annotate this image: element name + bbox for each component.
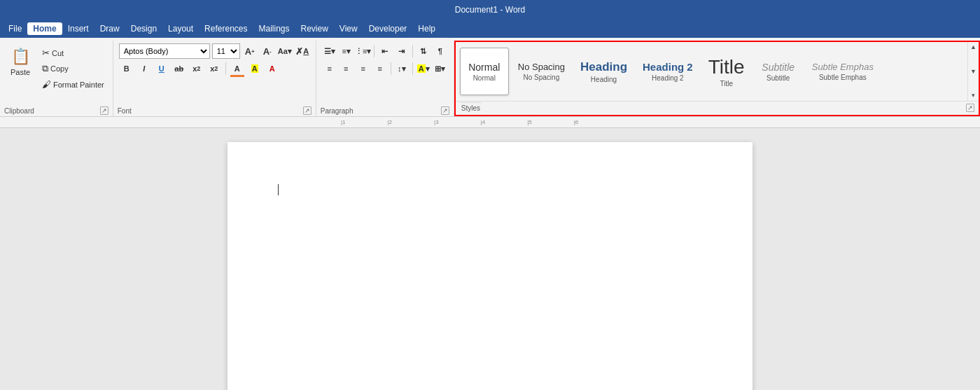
format-painter-icon: 🖌 [42, 79, 51, 90]
style-no-spacing[interactable]: No Spacing No Spacing [512, 48, 571, 95]
subscript-button[interactable]: x2 [189, 61, 204, 76]
menu-insert[interactable]: Insert [62, 22, 94, 35]
paragraph-label: Paragraph [321, 107, 354, 115]
style-subtitle-label: Subtitle [766, 74, 790, 82]
style-subtle-label: Subtle Emphas [819, 74, 867, 81]
style-subtle-emphasis[interactable]: Subtle Emphas Subtle Emphas [806, 48, 880, 95]
paste-button[interactable]: 📋 Paste [6, 43, 35, 103]
decrease-indent-button[interactable]: ⇤ [377, 43, 393, 59]
styles-launcher[interactable]: ↗ [966, 104, 974, 112]
cut-label: Cut [52, 49, 64, 57]
justify-button[interactable]: ≡ [372, 61, 388, 76]
style-heading2-label: Heading 2 [652, 74, 684, 82]
copy-button[interactable]: ⧉ Copy [39, 62, 107, 76]
italic-button[interactable]: I [136, 61, 152, 76]
menu-references[interactable]: References [199, 22, 253, 35]
styles-scroll-expand[interactable]: ▾ [971, 92, 976, 99]
style-subtitle-preview: Subtitle [762, 62, 794, 73]
menu-view[interactable]: View [334, 22, 363, 35]
ruler-mark-3: |3 [434, 119, 439, 125]
multilevel-button[interactable]: ⋮≡▾ [356, 43, 371, 59]
format-painter-button[interactable]: 🖌 Format Painter [39, 78, 107, 91]
font-size-increase-button[interactable]: A+ [242, 43, 258, 59]
style-normal[interactable]: Normal Normal [460, 48, 509, 95]
font-group: Aptos (Body) 11 A+ A- Aa▾ ✗A B I U ab x2… [113, 41, 316, 116]
align-left-button[interactable]: ≡ [322, 61, 337, 76]
styles-content: Normal Normal No Spacing No Spacing Head… [456, 42, 967, 101]
line-spacing-button[interactable]: ↕▾ [394, 61, 410, 76]
document-area [0, 128, 980, 390]
align-center-button[interactable]: ≡ [339, 61, 354, 76]
ruler: |1 |2 |3 |4 |5 |6 [0, 117, 980, 128]
font-row2: B I U ab x2 x2 A A A [119, 61, 280, 76]
menu-file[interactable]: File [3, 22, 27, 35]
superscript-button[interactable]: x2 [206, 61, 222, 76]
para-div2 [412, 45, 413, 57]
font-footer: Font ↗ [113, 106, 316, 116]
clipboard-launcher[interactable]: ↗ [100, 106, 108, 115]
menu-mailings[interactable]: Mailings [253, 22, 295, 35]
copy-label: Copy [50, 64, 69, 73]
styles-scroll-up[interactable]: ▲ [969, 43, 977, 51]
paragraph-launcher[interactable]: ↗ [441, 106, 449, 115]
style-heading2[interactable]: Heading 2 Heading 2 [636, 48, 699, 95]
cut-button[interactable]: ✂ Cut [39, 46, 107, 60]
menu-review[interactable]: Review [295, 22, 334, 35]
highlight-color-button[interactable]: A [247, 61, 262, 76]
para-div1 [374, 45, 374, 57]
clipboard-group: 📋 Paste ✂ Cut ⧉ Copy 🖌 Format Painter [0, 41, 113, 116]
para-row2: ≡ ≡ ≡ ≡ ↕▾ A▾ ⊞▾ [322, 61, 448, 76]
format-painter-label: Format Painter [53, 81, 104, 89]
underline-button[interactable]: U [154, 61, 169, 76]
font-color-button[interactable]: A [230, 61, 245, 76]
document-page[interactable] [227, 142, 752, 390]
clipboard-footer: Clipboard ↗ [0, 106, 113, 116]
style-heading[interactable]: Heading Heading [574, 48, 634, 95]
style-title[interactable]: Title Title [702, 48, 751, 95]
menu-layout[interactable]: Layout [162, 22, 199, 35]
show-formatting-button[interactable]: ¶ [433, 43, 448, 59]
ruler-mark-2: |2 [388, 119, 393, 125]
numbering-button[interactable]: ≡▾ [339, 43, 354, 59]
styles-section: Normal Normal No Spacing No Spacing Head… [454, 41, 980, 116]
ruler-mark-4: |4 [481, 119, 486, 125]
font-name-select[interactable]: Aptos (Body) [119, 43, 210, 59]
shading-button[interactable]: A▾ [416, 61, 431, 76]
borders-button[interactable]: ⊞▾ [433, 61, 448, 76]
clipboard-label: Clipboard [4, 107, 34, 115]
menu-developer[interactable]: Developer [363, 22, 413, 35]
style-no-spacing-preview: No Spacing [518, 62, 565, 72]
para-div4 [412, 62, 413, 75]
styles-scrollbar: ▲ ▼ ▾ [967, 42, 979, 101]
style-subtitle[interactable]: Subtitle Subtitle [754, 48, 803, 95]
bullets-button[interactable]: ☰▾ [322, 43, 337, 59]
menu-help[interactable]: Help [412, 22, 441, 35]
title-bar: Document1 - Word [0, 0, 980, 20]
increase-indent-button[interactable]: ⇥ [394, 43, 410, 59]
clear-formatting-button[interactable]: ✗A [295, 43, 310, 59]
para-row1: ☰▾ ≡▾ ⋮≡▾ ⇤ ⇥ ⇅ ¶ [322, 43, 448, 59]
style-heading-preview: Heading [580, 60, 627, 74]
change-case-button[interactable]: Aa▾ [277, 43, 293, 59]
font-size-select[interactable]: 11 [212, 43, 240, 59]
styles-scroll-down[interactable]: ▼ [969, 68, 977, 76]
menu-draw[interactable]: Draw [94, 22, 125, 35]
style-subtle-preview: Subtle Emphas [812, 62, 874, 72]
font-color-red-button[interactable]: A [265, 61, 280, 76]
ruler-mark-5: |5 [527, 119, 532, 125]
menu-home[interactable]: Home [27, 22, 62, 35]
style-normal-label: Normal [473, 74, 496, 82]
style-title-label: Title [720, 80, 733, 88]
align-right-button[interactable]: ≡ [356, 61, 371, 76]
font-size-decrease-button[interactable]: A- [260, 43, 275, 59]
font-label: Font [118, 107, 132, 115]
strikethrough-button[interactable]: ab [172, 61, 187, 76]
ruler-mark-1: |1 [341, 119, 346, 125]
bold-button[interactable]: B [119, 61, 134, 76]
style-heading2-preview: Heading 2 [643, 61, 693, 73]
style-normal-preview: Normal [468, 62, 500, 73]
sort-button[interactable]: ⇅ [416, 43, 431, 59]
font-launcher[interactable]: ↗ [303, 106, 312, 115]
menu-design[interactable]: Design [125, 22, 162, 35]
ribbon: 📋 Paste ✂ Cut ⧉ Copy 🖌 Format Painter [0, 38, 980, 117]
